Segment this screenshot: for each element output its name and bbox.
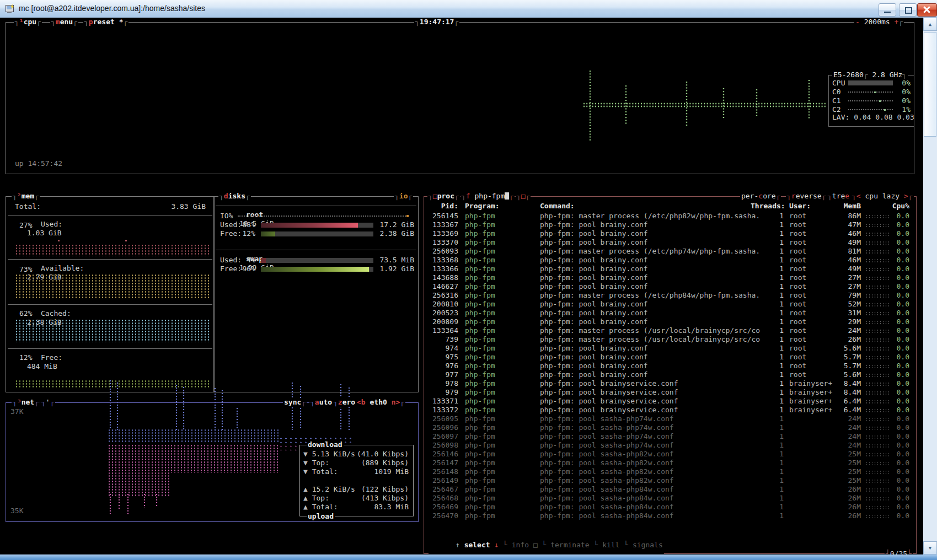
memory-panel: ┐²mem┌ Total: 3.83 GiB Used: 1.03 GiB 27…: [6, 196, 215, 392]
process-row[interactable]: 256149php-fpmphp-fpm: pool sasha-php82w.…: [424, 476, 916, 485]
scroll-down-button[interactable]: ▼: [923, 541, 937, 554]
process-row[interactable]: 977php-fpmphp-fpm: pool brainy.conf1root…: [424, 370, 916, 379]
cpu-model: E5-2680: [833, 71, 864, 79]
pid-cell: 133371: [427, 397, 458, 406]
process-row[interactable]: 256145php-fpmphp-fpm: master process (/e…: [424, 212, 916, 220]
disk-root-free-value: 2.38 GiB: [370, 229, 414, 238]
cpu-mini-graph: [865, 505, 890, 510]
download-top-value: (889 Kibps): [348, 459, 409, 467]
cpu-mini-graph: [865, 276, 890, 281]
interface-switcher[interactable]: <b eth0 n>┌: [356, 398, 405, 407]
disks-panel-title[interactable]: ┐disks┌: [218, 192, 251, 201]
window-titlebar[interactable]: mc [root@a202.itdeveloper.com.ua]:/home/…: [0, 0, 937, 18]
terminate-action[interactable]: terminate: [550, 541, 589, 549]
mem-cell: 8.4M: [835, 379, 861, 388]
memory-panel-title[interactable]: ┐²mem┌: [12, 192, 40, 201]
process-row[interactable]: 133372php-fpmphp-fpm: pool brainyservice…: [424, 406, 916, 414]
mem-cell: 27M: [835, 282, 861, 291]
sync-toggle[interactable]: sync┌: [283, 398, 307, 407]
process-row[interactable]: 256469php-fpmphp-fpm: pool sasha-php84w.…: [424, 503, 916, 511]
cpu-cell: 0.0: [892, 282, 909, 291]
process-row[interactable]: 256148php-fpmphp-fpm: pool sasha-php82w.…: [424, 467, 916, 476]
cpu-mini-graph: [865, 311, 890, 316]
process-row[interactable]: 256470php-fpmphp-fpm: pool sasha-php84w.…: [424, 511, 916, 520]
preset-button[interactable]: ┐preset *┌: [83, 18, 128, 26]
process-row[interactable]: 133371php-fpmphp-fpm: pool brainyservice…: [424, 397, 916, 406]
pid-cell: 256148: [427, 467, 458, 476]
process-row[interactable]: 200810php-fpmphp-fpm: pool brainy.conf1r…: [424, 300, 916, 309]
process-row[interactable]: 133364php-fpmphp-fpm: master process (/u…: [424, 326, 916, 335]
threads-cell: 1: [772, 344, 784, 353]
signals-action[interactable]: signals: [633, 541, 663, 549]
disk-swap-free-bar: [261, 267, 369, 272]
process-row[interactable]: 739php-fpmphp-fpm: master process (/usr/…: [424, 335, 916, 344]
mem-cell: 29M: [835, 317, 861, 326]
cpu-mini-graph: [865, 285, 890, 289]
cpu-mini-graph: [865, 250, 890, 254]
kill-action[interactable]: kill: [602, 541, 619, 549]
cpu-mini-graph: [865, 356, 890, 360]
process-row[interactable]: 200809php-fpmphp-fpm: pool brainy.conf1r…: [424, 317, 916, 326]
command-cell: php-fpm: pool brainy.conf: [540, 273, 772, 282]
cpu-mini-graph: [865, 382, 890, 386]
pid-cell: 256096: [427, 423, 458, 432]
process-row[interactable]: 974php-fpmphp-fpm: pool brainy.conf1root…: [424, 344, 916, 353]
process-row[interactable]: 133366php-fpmphp-fpm: pool brainy.conf1r…: [424, 265, 916, 273]
pid-cell: 256095: [427, 414, 458, 423]
scroll-up-hint[interactable]: ↑: [456, 541, 460, 549]
process-row[interactable]: 133368php-fpmphp-fpm: pool brainy.conf1r…: [424, 256, 916, 265]
maximize-button[interactable]: [899, 3, 917, 17]
threads-cell: 1: [772, 265, 784, 273]
process-row[interactable]: 143688php-fpmphp-fpm: pool brainy.conf1r…: [424, 273, 916, 282]
process-row[interactable]: 256095php-fpmphp-fpm: pool sasha-php74w.…: [424, 414, 916, 423]
program-cell: php-fpm: [465, 335, 538, 344]
process-row[interactable]: 256093php-fpmphp-fpm: master process (/e…: [424, 247, 916, 256]
info-action[interactable]: info: [512, 541, 529, 549]
io-mode-toggle[interactable]: ┐io┌: [394, 192, 413, 201]
window-scrollbar[interactable]: ▲ ▼: [923, 18, 937, 554]
disk-swap-used-bar: [261, 258, 266, 263]
process-row[interactable]: 256096php-fpmphp-fpm: pool sasha-php74w.…: [424, 423, 916, 432]
program-cell: php-fpm: [465, 353, 538, 362]
minimize-button[interactable]: [879, 3, 896, 17]
pid-cell: 133364: [427, 326, 458, 335]
process-row[interactable]: 146627php-fpmphp-fpm: pool brainy.conf1r…: [424, 282, 916, 291]
network-panel-title[interactable]: ┐³net┌: [12, 398, 40, 407]
net-scale-top: 37K: [10, 407, 23, 416]
download-arrow-icon: ▼: [303, 459, 308, 467]
cpu-meter-row: C00%: [829, 88, 914, 96]
menu-button[interactable]: ┐menu┌: [50, 18, 78, 26]
scrollbar-thumb[interactable]: [924, 32, 936, 137]
command-cell: php-fpm: pool brainy.conf: [540, 344, 772, 353]
cpu-mini-graph: [865, 373, 890, 378]
threads-cell: 1: [772, 370, 784, 379]
process-row[interactable]: 256097php-fpmphp-fpm: pool sasha-php74w.…: [424, 432, 916, 441]
pid-cell: 133367: [427, 220, 458, 229]
download-top-label: Top:: [312, 459, 329, 467]
process-rows: 256145php-fpmphp-fpm: master process (/e…: [424, 197, 916, 553]
process-row[interactable]: 133370php-fpmphp-fpm: pool brainy.conf1r…: [424, 238, 916, 247]
process-row[interactable]: 256468php-fpmphp-fpm: pool sasha-php84w.…: [424, 494, 916, 503]
uptime-label: up 14:57:42: [15, 159, 62, 168]
process-row[interactable]: 256467php-fpmphp-fpm: pool sasha-php84w.…: [424, 485, 916, 494]
update-interval-control[interactable]: - 2000ms +┌: [854, 18, 904, 26]
process-row[interactable]: 256316php-fpmphp-fpm: master process (/e…: [424, 291, 916, 300]
pid-cell: 200523: [427, 309, 458, 317]
process-row[interactable]: 256147php-fpmphp-fpm: pool sasha-php82w.…: [424, 459, 916, 467]
close-button[interactable]: [917, 3, 937, 17]
process-row[interactable]: 975php-fpmphp-fpm: pool brainy.conf1root…: [424, 353, 916, 362]
process-row[interactable]: 979php-fpmphp-fpm: pool brainyservice.co…: [424, 388, 916, 397]
process-row[interactable]: 256146php-fpmphp-fpm: pool sasha-php82w.…: [424, 450, 916, 459]
disk-root-name: root: [244, 211, 265, 219]
process-row[interactable]: 200523php-fpmphp-fpm: pool brainy.conf1r…: [424, 309, 916, 317]
cpu-panel-title[interactable]: ┐¹cpu┌: [14, 18, 42, 26]
scroll-up-button[interactable]: ▲: [923, 18, 937, 31]
core-usage-graph: [848, 91, 893, 93]
process-row[interactable]: 133367php-fpmphp-fpm: pool brainy.conf1r…: [424, 220, 916, 229]
process-row[interactable]: 133369php-fpmphp-fpm: pool brainy.conf1r…: [424, 229, 916, 238]
process-row[interactable]: 256098php-fpmphp-fpm: pool sasha-php74w.…: [424, 441, 916, 450]
process-row[interactable]: 976php-fpmphp-fpm: pool brainy.conf1root…: [424, 362, 916, 370]
threads-cell: 1: [772, 511, 784, 520]
select-action[interactable]: select: [464, 541, 490, 549]
process-row[interactable]: 978php-fpmphp-fpm: pool brainyservice.co…: [424, 379, 916, 388]
